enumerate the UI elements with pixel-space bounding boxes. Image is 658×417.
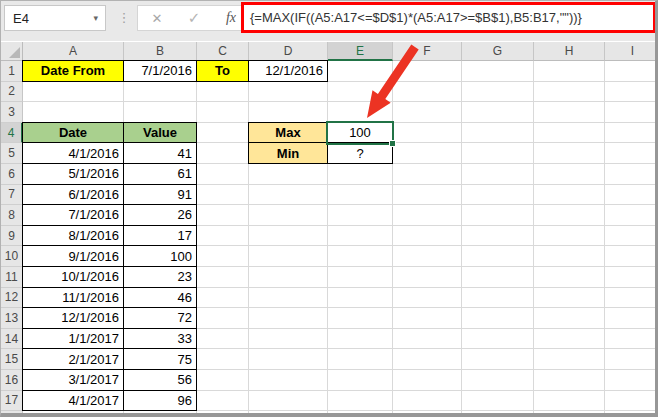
grid-cell-A18[interactable] [23, 411, 124, 417]
grid-cell-F13[interactable] [393, 308, 462, 329]
grid-cell-F14[interactable] [393, 329, 462, 350]
cell-A7[interactable]: 6/1/2016 [22, 184, 124, 206]
grid-cell-H12[interactable] [534, 288, 605, 309]
cell-A12[interactable]: 11/1/2016 [22, 287, 124, 309]
cell-A14[interactable]: 1/1/2017 [22, 328, 124, 350]
cell-B13[interactable]: 72 [123, 307, 197, 329]
grid-cell-H9[interactable] [534, 226, 605, 247]
cell-A5[interactable]: 4/1/2016 [22, 142, 124, 164]
row-header-12[interactable]: 12 [1, 288, 23, 309]
grid-cell-G3[interactable] [462, 102, 534, 123]
grid-cell-H5[interactable] [534, 143, 605, 164]
column-header-D[interactable]: D [249, 42, 328, 61]
grid-cell-H7[interactable] [534, 185, 605, 206]
row-header-8[interactable]: 8 [1, 205, 23, 226]
grid-cell-D6[interactable] [249, 164, 328, 185]
grid-cell-G14[interactable] [462, 329, 534, 350]
grid-cell-I7[interactable] [605, 185, 658, 206]
cell-D4[interactable]: Max [248, 122, 328, 144]
cell-E4[interactable]: 100 [327, 122, 393, 144]
grid-cell-E9[interactable] [328, 226, 393, 247]
grid-cell-E10[interactable] [328, 246, 393, 267]
cell-B1[interactable]: 7/1/2016 [123, 60, 197, 82]
grid-cell-I5[interactable] [605, 143, 658, 164]
grid-cell-E11[interactable] [328, 267, 393, 288]
grid-cell-D15[interactable] [249, 349, 328, 370]
grid-cell-F16[interactable] [393, 370, 462, 391]
cell-D1[interactable]: 12/1/2016 [248, 60, 328, 82]
select-all-corner[interactable] [1, 42, 23, 61]
row-header-10[interactable]: 10 [1, 246, 23, 267]
grid-cell-G6[interactable] [462, 164, 534, 185]
grid-cell-E13[interactable] [328, 308, 393, 329]
row-header-2[interactable]: 2 [1, 82, 23, 103]
grid-cell-B3[interactable] [124, 102, 197, 123]
column-header-G[interactable]: G [462, 42, 534, 61]
cell-B11[interactable]: 23 [123, 266, 197, 288]
fill-handle[interactable] [389, 140, 396, 147]
cell-B17[interactable]: 96 [123, 390, 197, 412]
grid-cell-I6[interactable] [605, 164, 658, 185]
grid-cell-C11[interactable] [197, 267, 249, 288]
grid-cell-H6[interactable] [534, 164, 605, 185]
grid-cell-I9[interactable] [605, 226, 658, 247]
grid-cell-C5[interactable] [197, 143, 249, 164]
grid-cell-I2[interactable] [605, 82, 658, 103]
grid-cell-C6[interactable] [197, 164, 249, 185]
grid-cell-D18[interactable] [249, 411, 328, 417]
row-header-15[interactable]: 15 [1, 349, 23, 370]
grid-cell-I8[interactable] [605, 205, 658, 226]
grid-cell-H2[interactable] [534, 82, 605, 103]
grid-cell-E12[interactable] [328, 288, 393, 309]
enter-icon[interactable]: ✓ [179, 5, 209, 31]
grid-cell-C10[interactable] [197, 246, 249, 267]
grid-cell-I14[interactable] [605, 329, 658, 350]
grid-cell-A2[interactable] [23, 82, 124, 103]
grid-cell-G13[interactable] [462, 308, 534, 329]
cell-A4[interactable]: Date [22, 122, 124, 144]
grid-cell-F8[interactable] [393, 205, 462, 226]
cell-A13[interactable]: 12/1/2016 [22, 307, 124, 329]
grid-cell-E3[interactable] [328, 102, 393, 123]
grid-cell-C12[interactable] [197, 288, 249, 309]
row-header-11[interactable]: 11 [1, 267, 23, 288]
grid-cell-H11[interactable] [534, 267, 605, 288]
cell-D5[interactable]: Min [248, 142, 328, 164]
row-header-3[interactable]: 3 [1, 102, 23, 123]
column-header-A[interactable]: A [23, 42, 124, 61]
grid-cell-C3[interactable] [197, 102, 249, 123]
grid-cell-C7[interactable] [197, 185, 249, 206]
column-header-F[interactable]: F [393, 42, 462, 61]
cell-B15[interactable]: 75 [123, 348, 197, 370]
column-header-H[interactable]: H [534, 42, 605, 61]
grid-cell-C13[interactable] [197, 308, 249, 329]
grid-cell-D13[interactable] [249, 308, 328, 329]
grid-cell-G5[interactable] [462, 143, 534, 164]
grid-cell-E8[interactable] [328, 205, 393, 226]
grid-cell-D3[interactable] [249, 102, 328, 123]
grid-cell-F9[interactable] [393, 226, 462, 247]
grid-cell-I17[interactable] [605, 391, 658, 412]
formula-input[interactable]: {=MAX(IF((A5:A17<=$D$1)*(A5:A17>=$B$1),B… [241, 2, 656, 33]
cell-A11[interactable]: 10/1/2016 [22, 266, 124, 288]
grid-cell-D8[interactable] [249, 205, 328, 226]
grid-cell-C2[interactable] [197, 82, 249, 103]
grid-cell-F4[interactable] [393, 123, 462, 144]
cell-B12[interactable]: 46 [123, 287, 197, 309]
grid-cell-F2[interactable] [393, 82, 462, 103]
row-header-4[interactable]: 4 [1, 123, 23, 144]
grid-cell-H10[interactable] [534, 246, 605, 267]
name-box[interactable]: E4 ▾ [4, 5, 106, 31]
row-header-5[interactable]: 5 [1, 143, 23, 164]
grid-cell-E14[interactable] [328, 329, 393, 350]
cell-A16[interactable]: 3/1/2017 [22, 369, 124, 391]
grid-cell-F15[interactable] [393, 349, 462, 370]
grid-cell-G10[interactable] [462, 246, 534, 267]
grid-cell-H16[interactable] [534, 370, 605, 391]
cell-B16[interactable]: 56 [123, 369, 197, 391]
cell-B8[interactable]: 26 [123, 204, 197, 226]
grid-cell-H8[interactable] [534, 205, 605, 226]
grid-cell-D10[interactable] [249, 246, 328, 267]
grid-cell-E1[interactable] [328, 61, 393, 82]
cell-B6[interactable]: 61 [123, 163, 197, 185]
